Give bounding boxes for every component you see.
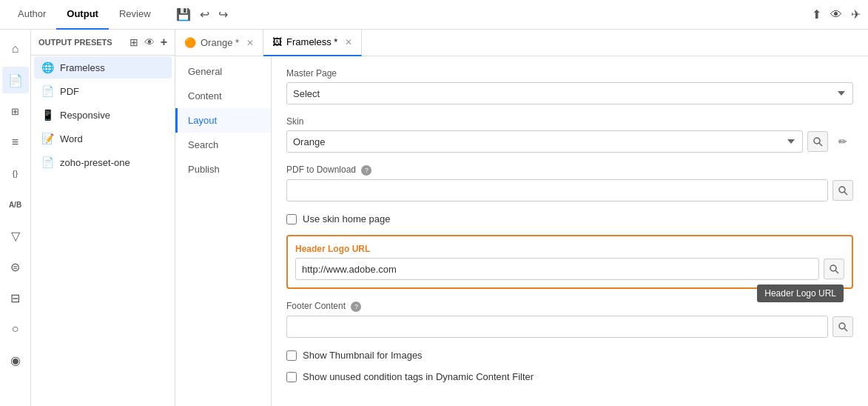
skin-browse-btn[interactable] (807, 131, 828, 152)
pdf-download-browse-btn[interactable] (832, 180, 853, 201)
undo-icon[interactable]: ↩ (200, 7, 209, 21)
right-toolbar: ⬆ 👁 ✈ (812, 7, 861, 21)
ab-sidebar-icon[interactable]: A/B (2, 191, 29, 218)
orange-tab-close[interactable]: ✕ (246, 38, 254, 48)
tab-frameless[interactable]: 🖼 Frameless * ✕ (263, 30, 362, 56)
pdf-download-input[interactable] (286, 179, 828, 202)
footer-content-field: Footer Content ? (286, 301, 853, 338)
show-unused-condition-tags-row: Show unused condition tags in Dynamic Co… (286, 371, 853, 382)
output-tab-label: Output (67, 8, 98, 19)
table-sidebar-icon[interactable]: ⊞ (2, 98, 29, 124)
frameless-icon: 🌐 (41, 61, 54, 73)
svg-point-4 (830, 265, 836, 271)
skin-select[interactable]: Orange Blue Green (286, 130, 803, 153)
presets-panel: OUTPUT PRESETS ⊞ 👁 + 🌐 Frameless 📄 PDF 📱… (31, 30, 175, 406)
show-unused-condition-tags-label[interactable]: Show unused condition tags in Dynamic Co… (303, 371, 534, 382)
preset-label-zoho: zoho-preset-one (60, 157, 130, 168)
author-tab-label: Author (18, 8, 46, 19)
preset-item-pdf[interactable]: 📄 PDF (34, 80, 172, 102)
tab-output[interactable]: Output (56, 0, 109, 30)
main-layout: ⌂ 📄 ⊞ ≡ {} A/B ▽ ⊜ ⊟ ○ ◉ OUTPUT PRESETS … (0, 30, 868, 406)
footer-content-input[interactable] (286, 316, 828, 338)
tab-bar: 🟠 Orange * ✕ 🖼 Frameless * ✕ (175, 30, 868, 56)
pdf-download-help-icon[interactable]: ? (361, 165, 371, 176)
preset-item-word[interactable]: 📝 Word (34, 127, 172, 150)
preview-icon[interactable]: 👁 (830, 8, 842, 21)
presets-header-icons: ⊞ 👁 + (129, 36, 167, 49)
filter-sidebar-icon[interactable]: ▽ (2, 222, 29, 249)
preset-item-frameless[interactable]: 🌐 Frameless (34, 56, 172, 79)
frameless-tab-close[interactable]: ✕ (345, 37, 352, 47)
footer-content-browse-btn[interactable] (832, 316, 853, 337)
footer-content-row (286, 316, 853, 338)
header-logo-url-input[interactable] (295, 258, 819, 280)
top-nav: Author Output Review 💾 ↩ ↪ ⬆ 👁 ✈ (0, 0, 868, 30)
pdf-icon: 📄 (41, 85, 54, 97)
settings-panel: Master Page Select Skin Orange Blue (272, 56, 868, 406)
svg-line-5 (835, 270, 838, 273)
header-logo-url-row: Header Logo URL (295, 258, 844, 280)
preset-item-zoho[interactable]: 📄 zoho-preset-one (34, 151, 172, 173)
section-search[interactable]: Search (175, 133, 271, 157)
circle-sidebar-icon[interactable]: ○ (2, 316, 29, 342)
export-icon[interactable]: ⬆ (812, 7, 821, 21)
preview-preset-icon[interactable]: 👁 (144, 36, 155, 48)
frameless-tab-icon: 🖼 (272, 36, 282, 47)
tab-author[interactable]: Author (7, 0, 56, 30)
preset-label-word: Word (60, 133, 83, 144)
frameless-tab-label: Frameless * (286, 36, 337, 47)
presets-header: OUTPUT PRESETS ⊞ 👁 + (31, 30, 175, 56)
word-icon: 📝 (41, 133, 54, 144)
svg-line-7 (844, 328, 847, 331)
show-thumbnail-checkbox[interactable] (286, 350, 297, 361)
grid-sidebar-icon[interactable]: ⊟ (2, 284, 29, 311)
globe-sidebar-icon[interactable]: ◉ (2, 347, 29, 373)
skin-edit-btn[interactable]: ✏ (832, 131, 853, 152)
save-icon[interactable]: 💾 (176, 7, 191, 21)
use-skin-home-page-row: Use skin home page (286, 213, 853, 224)
content-area: 🟠 Orange * ✕ 🖼 Frameless * ✕ General Con… (175, 30, 868, 406)
preset-item-responsive[interactable]: 📱 Responsive (34, 104, 172, 126)
use-skin-home-page-checkbox[interactable] (286, 214, 297, 224)
send-icon[interactable]: ✈ (851, 7, 861, 21)
tab-review[interactable]: Review (109, 0, 161, 30)
list-sidebar-icon[interactable]: ≡ (2, 129, 29, 156)
review-tab-label: Review (119, 8, 151, 19)
sliders-sidebar-icon[interactable]: ⊜ (2, 253, 29, 280)
add-preset-icon[interactable]: + (161, 36, 167, 49)
skin-row: Orange Blue Green ✏ (286, 130, 853, 153)
header-logo-url-browse-btn[interactable]: Header Logo URL (824, 259, 844, 279)
section-content[interactable]: Content (175, 84, 271, 108)
section-layout[interactable]: Layout (175, 108, 271, 133)
svg-point-6 (839, 323, 845, 329)
preset-label-responsive: Responsive (60, 110, 110, 121)
section-general[interactable]: General (175, 59, 271, 84)
home-sidebar-icon[interactable]: ⌂ (2, 36, 29, 62)
show-thumbnail-label[interactable]: Show Thumbnail for Images (303, 350, 423, 361)
footer-content-label: Footer Content ? (286, 301, 853, 312)
svg-line-1 (819, 143, 822, 146)
pdf-download-row (286, 179, 853, 202)
redo-icon[interactable]: ↪ (218, 7, 228, 21)
section-publish[interactable]: Publish (175, 157, 271, 182)
show-thumbnail-row: Show Thumbnail for Images (286, 350, 853, 361)
document-sidebar-icon[interactable]: 📄 (2, 67, 29, 93)
svg-line-3 (844, 192, 847, 195)
master-page-select[interactable]: Select (286, 82, 853, 104)
footer-content-help-icon[interactable]: ? (351, 302, 361, 312)
presets-title: OUTPUT PRESETS (38, 38, 125, 47)
use-skin-home-page-label[interactable]: Use skin home page (303, 213, 391, 224)
master-page-field: Master Page Select (286, 68, 853, 104)
new-preset-icon[interactable]: ⊞ (129, 36, 138, 48)
section-nav: General Content Layout Search Publish (175, 56, 272, 406)
code-sidebar-icon[interactable]: {} (2, 160, 29, 187)
pdf-download-field: PDF to Download ? (286, 164, 853, 202)
orange-tab-icon: 🟠 (184, 37, 196, 48)
master-page-row: Select (286, 82, 853, 104)
responsive-icon: 📱 (41, 109, 54, 121)
show-unused-condition-tags-checkbox[interactable] (286, 372, 297, 382)
tab-orange[interactable]: 🟠 Orange * ✕ (175, 30, 263, 56)
svg-point-0 (814, 138, 820, 144)
orange-tab-label: Orange * (201, 37, 239, 48)
master-page-label: Master Page (286, 68, 853, 79)
